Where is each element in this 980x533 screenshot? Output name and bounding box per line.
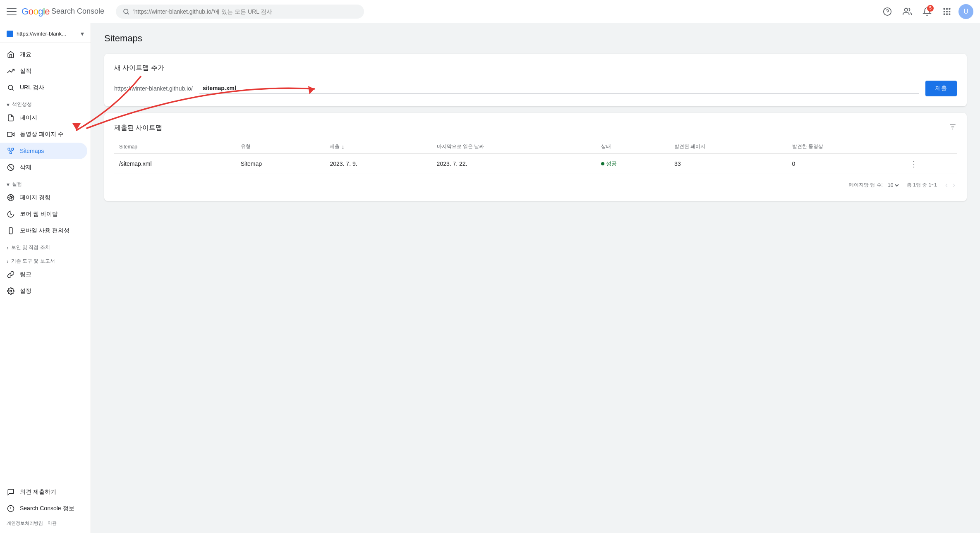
legacy-section-header[interactable]: › 기존 도구 및 보고서 — [0, 253, 91, 266]
site-favicon — [7, 31, 13, 37]
svg-rect-7 — [949, 8, 951, 10]
experience-section-header[interactable]: ▾ 실험 — [0, 176, 91, 189]
filter-icon[interactable] — [949, 123, 957, 133]
search-bar[interactable] — [116, 5, 364, 19]
legacy-section-label: 기존 도구 및 보고서 — [11, 258, 55, 265]
settings-icon — [7, 287, 15, 295]
sidebar-item-url-inspection[interactable]: URL 검사 — [0, 79, 87, 96]
mobile-icon — [7, 227, 15, 235]
video-icon — [7, 130, 15, 139]
svg-rect-6 — [946, 8, 948, 10]
add-sitemap-card: 새 사이트맵 추가 https://winter-blanket.github.… — [104, 54, 967, 106]
sitemaps-icon — [7, 147, 15, 155]
avatar[interactable]: U — [958, 4, 973, 19]
svg-point-14 — [8, 85, 13, 90]
status-badge: 성공 — [601, 160, 617, 167]
sidebar-item-pages[interactable]: 페이지 — [0, 110, 87, 126]
feedback-icon — [7, 488, 15, 496]
svg-line-1 — [128, 13, 129, 14]
sidebar-item-about-label: Search Console 정보 — [20, 505, 74, 512]
svg-rect-13 — [949, 13, 951, 15]
sidebar: https://winter-blank... ▾ 개요 실적 — [0, 23, 91, 533]
collapse-icon-2: ▾ — [7, 181, 10, 188]
sidebar-item-core-web-vitals[interactable]: 코어 웹 바이탈 — [0, 206, 87, 222]
col-sitemap: Sitemap — [114, 140, 236, 154]
notifications-icon[interactable]: 5 — [919, 3, 935, 20]
sitemaps-table: Sitemap 유형 제출 ↓ 마지막으로 읽은 날짜 — [114, 140, 957, 174]
menu-icon[interactable] — [7, 7, 17, 17]
sitemap-input[interactable] — [203, 85, 285, 91]
table-footer: 페이지당 행 수: 10 25 50 총 1행 중 1~1 ‹ › — [114, 174, 957, 191]
cell-discovered-videos: 0 — [787, 154, 905, 174]
help-icon[interactable] — [879, 3, 896, 20]
svg-marker-16 — [12, 133, 14, 136]
table-row: /sitemap.xml Sitemap 2023. 7. 9. 2023. 7… — [114, 154, 957, 174]
sitemap-input-wrapper — [199, 83, 919, 94]
svg-line-15 — [12, 89, 13, 90]
site-url: https://winter-blank... — [17, 31, 77, 37]
user-management-icon[interactable] — [899, 3, 915, 20]
submitted-sitemaps-header: 제출된 사이트맵 — [114, 123, 957, 133]
col-status: 상태 — [596, 140, 670, 154]
more-options-icon[interactable]: ⋮ — [910, 159, 918, 168]
sidebar-footer: 개인정보처리방침 약관 — [0, 517, 91, 530]
sidebar-item-mobile-label: 모바일 사용 편의성 — [20, 227, 69, 234]
svg-rect-9 — [946, 11, 948, 12]
svg-rect-11 — [944, 13, 945, 15]
sidebar-item-removals[interactable]: 삭제 — [0, 159, 87, 176]
sidebar-item-settings[interactable]: 설정 — [0, 283, 87, 299]
col-last-read: 마지막으로 읽은 날짜 — [432, 140, 596, 154]
page-experience-icon — [7, 194, 15, 202]
terms-link[interactable]: 약관 — [48, 521, 57, 526]
sidebar-item-home[interactable]: 개요 — [0, 46, 87, 63]
svg-point-4 — [905, 8, 908, 11]
sidebar-item-sitemaps-label: Sitemaps — [20, 148, 44, 154]
submitted-sitemaps-card: 제출된 사이트맵 Sitemap 유형 — [104, 113, 967, 201]
sidebar-item-page-experience-label: 페이지 경험 — [20, 194, 50, 201]
site-selector[interactable]: https://winter-blank... ▾ — [0, 26, 91, 43]
submit-button[interactable]: 제출 — [925, 81, 957, 96]
topbar: Google Search Console — [0, 0, 980, 23]
prev-page-button[interactable]: ‹ — [944, 179, 949, 191]
sidebar-item-settings-label: 설정 — [20, 287, 31, 295]
sidebar-item-performance[interactable]: 실적 — [0, 63, 87, 79]
performance-icon — [7, 67, 15, 75]
sidebar-item-removals-label: 삭제 — [20, 164, 31, 171]
apps-icon[interactable] — [939, 3, 955, 20]
svg-rect-12 — [946, 13, 948, 15]
search-input[interactable] — [133, 8, 357, 15]
svg-rect-18 — [8, 148, 10, 150]
rows-per-page-label: 페이지당 행 수: — [849, 182, 883, 189]
rows-per-page-select[interactable]: 10 25 50 — [886, 182, 900, 189]
sidebar-item-feedback[interactable]: 의견 제출하기 — [0, 484, 87, 500]
next-page-button[interactable]: › — [951, 179, 957, 191]
url-inspection-icon — [7, 84, 15, 92]
cell-more[interactable]: ⋮ — [905, 154, 957, 174]
sidebar-item-page-experience[interactable]: 페이지 경험 — [0, 189, 87, 206]
svg-rect-5 — [944, 8, 945, 10]
sidebar-item-sitemaps[interactable]: Sitemaps — [0, 143, 87, 159]
sidebar-item-mobile-usability[interactable]: 모바일 사용 편의성 — [0, 222, 87, 239]
main-layout: https://winter-blank... ▾ 개요 실적 — [0, 23, 980, 533]
security-section-label: 보안 및 직접 조치 — [11, 244, 50, 251]
col-submitted[interactable]: 제출 ↓ — [325, 140, 431, 154]
cell-type: Sitemap — [236, 154, 325, 174]
svg-rect-19 — [12, 148, 14, 150]
info-icon — [7, 504, 15, 513]
cell-status: 성공 — [596, 154, 670, 174]
search-icon — [122, 8, 130, 15]
privacy-policy-link[interactable]: 개인정보처리방침 — [7, 521, 43, 526]
security-section-header[interactable]: › 보안 및 직접 조치 — [0, 239, 91, 253]
topbar-left: Google Search Console — [7, 6, 104, 17]
svg-point-30 — [10, 290, 12, 292]
sidebar-item-performance-label: 실적 — [20, 67, 31, 75]
sidebar-item-video-pages[interactable]: 동영상 페이지 수 — [0, 126, 87, 143]
submitted-sitemaps-title: 제출된 사이트맵 — [114, 124, 162, 132]
indexing-section-label: 색인생성 — [12, 101, 32, 108]
google-logo: Google — [22, 6, 50, 17]
sidebar-item-links[interactable]: 링크 — [0, 266, 87, 283]
sidebar-item-video-pages-label: 동영상 페이지 수 — [20, 131, 64, 138]
indexing-section-header[interactable]: ▾ 색인생성 — [0, 96, 91, 110]
sidebar-item-about[interactable]: Search Console 정보 — [0, 500, 87, 517]
chevron-down-icon: ▾ — [81, 30, 84, 38]
